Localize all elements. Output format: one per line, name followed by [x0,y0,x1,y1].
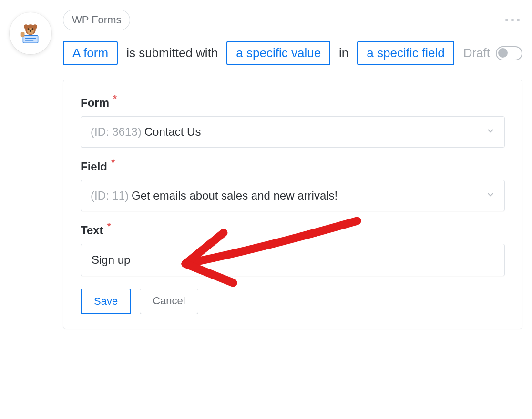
field-id-prefix: (ID: 11) [91,189,129,202]
svg-rect-7 [23,36,38,43]
dot-icon [517,19,520,21]
field-label: Field* [81,160,107,173]
text-label: Text* [81,224,103,237]
field-field-group: Field* (ID: 11) Get emails about sales a… [81,160,505,211]
save-button[interactable]: Save [81,289,131,314]
cancel-button[interactable]: Cancel [140,289,198,314]
button-row: Save Cancel [81,289,505,314]
main-content: WP Forms Draft A form is submitted with … [63,10,522,329]
svg-point-6 [30,30,32,32]
field-select[interactable]: (ID: 11) Get emails about sales and new … [81,180,505,211]
form-field-group: Form* (ID: 3613) Contact Us [81,96,505,148]
status-label: Draft [463,46,490,60]
svg-rect-10 [21,32,25,37]
trigger-card: WP Forms Draft A form is submitted with … [10,10,522,329]
sentence-text: in [339,46,348,60]
form-label: Form* [81,96,109,110]
sentence-text: is submitted with [126,46,218,60]
trigger-sentence: A form is submitted with a specific valu… [63,41,522,65]
text-field-group: Text* [81,224,505,276]
integration-chip[interactable]: WP Forms [63,10,130,30]
svg-point-4 [28,28,30,30]
status-row: Draft [463,46,522,60]
more-menu-button[interactable] [502,16,522,24]
integration-avatar [10,12,51,54]
text-input[interactable] [91,253,495,267]
svg-point-2 [33,24,37,29]
chevron-down-icon [486,127,495,138]
dot-icon [511,19,514,21]
form-select[interactable]: (ID: 3613) Contact Us [81,116,505,148]
form-id-prefix: (ID: 3613) [91,125,142,139]
token-field[interactable]: a specific field [357,41,454,65]
required-asterisk: * [111,157,115,168]
svg-point-5 [31,28,33,30]
toggle-knob [498,48,508,58]
field-name: Get emails about sales and new arrivals! [132,189,338,202]
text-input-wrapper[interactable] [81,244,505,276]
dot-icon [505,19,508,21]
config-panel: Form* (ID: 3613) Contact Us Field* [63,80,522,329]
token-form[interactable]: A form [63,41,118,65]
required-asterisk: * [107,221,111,232]
wpforms-mascot-icon [19,21,42,45]
form-name: Contact Us [144,125,201,139]
svg-point-1 [24,24,28,29]
required-asterisk: * [113,93,117,104]
header-row: WP Forms [63,10,522,30]
token-value[interactable]: a specific value [226,41,330,65]
chevron-down-icon [486,190,495,201]
draft-toggle[interactable] [496,46,522,60]
